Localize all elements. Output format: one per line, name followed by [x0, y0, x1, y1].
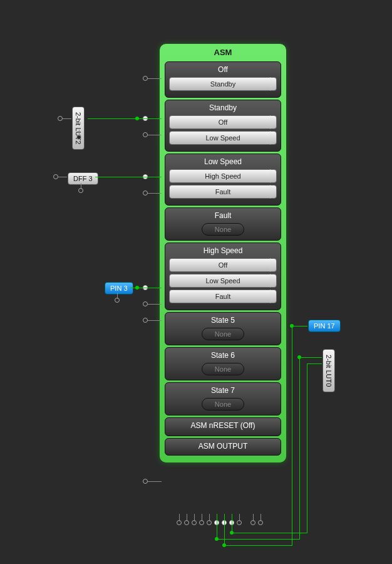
state-off[interactable]: Off Standby: [165, 61, 281, 98]
wire: [148, 320, 162, 321]
wire: [239, 514, 240, 521]
junction: [297, 355, 301, 359]
node-dff3[interactable]: DFF 3: [68, 172, 98, 185]
transition-fault[interactable]: Fault: [169, 185, 277, 199]
state-name: High Speed: [169, 246, 277, 255]
asm-block[interactable]: ASM Off Standby Standby Off Low Speed Lo…: [160, 44, 286, 462]
state-fault[interactable]: Fault None: [165, 207, 281, 241]
port-in[interactable]: [143, 76, 148, 81]
transition-high-speed[interactable]: High Speed: [169, 169, 277, 183]
wire: [79, 130, 80, 136]
port-in[interactable]: [143, 318, 148, 323]
wire: [299, 357, 322, 358]
output-label: ASM OUTPUT: [169, 442, 277, 451]
state-low-speed[interactable]: Low Speed High Speed Fault: [165, 154, 281, 206]
wire: [224, 545, 292, 546]
wire: [217, 539, 299, 540]
none-pill: None: [202, 328, 244, 340]
wire: [187, 514, 187, 521]
state-standby[interactable]: Standby Off Low Speed: [165, 100, 281, 152]
junction: [215, 537, 219, 541]
wire: [117, 293, 118, 299]
wire: [232, 533, 307, 533]
asm-output[interactable]: ASM OUTPUT: [165, 438, 281, 456]
none-pill: None: [202, 223, 244, 236]
junction: [135, 117, 139, 120]
wire: [202, 514, 202, 521]
junction: [290, 324, 294, 328]
wire: [148, 193, 162, 194]
transition-standby[interactable]: Standby: [169, 77, 277, 91]
state-name: Low Speed: [169, 157, 277, 166]
node-pin3[interactable]: PIN 3: [105, 282, 133, 295]
node-lut2[interactable]: 2-bit LUT2: [72, 107, 85, 150]
state-7[interactable]: State 7 None: [165, 382, 281, 415]
node-pin17[interactable]: PIN 17: [308, 320, 341, 332]
junction: [135, 286, 139, 290]
port-in[interactable]: [143, 301, 148, 306]
wire: [95, 177, 162, 177]
wire: [63, 118, 71, 119]
transition-off[interactable]: Off: [169, 258, 277, 272]
wire: [148, 135, 162, 135]
transition-low-speed[interactable]: Low Speed: [169, 131, 277, 145]
state-name: State 7: [169, 386, 277, 395]
state-name: State 5: [169, 316, 277, 325]
asm-title: ASM: [163, 46, 282, 60]
wire: [224, 514, 225, 545]
junction: [230, 531, 234, 535]
port-in[interactable]: [143, 191, 148, 196]
wire: [209, 514, 210, 521]
reset-label: ASM nRESET (Off): [169, 421, 277, 431]
port-in[interactable]: [143, 132, 148, 137]
node-lut0[interactable]: 2-bit LUT0: [322, 349, 335, 392]
none-pill: None: [202, 398, 244, 410]
wire: [179, 514, 180, 521]
none-pill: None: [202, 363, 244, 375]
state-high-speed[interactable]: High Speed Off Low Speed Fault: [165, 243, 281, 310]
port-in[interactable]: [143, 479, 148, 484]
wire: [148, 78, 162, 79]
transition-off[interactable]: Off: [169, 115, 277, 129]
wire: [148, 481, 162, 482]
wire: [217, 514, 217, 539]
wire: [81, 183, 81, 189]
state-name: State 6: [169, 351, 277, 360]
state-name: Fault: [169, 211, 277, 220]
wire: [260, 514, 261, 521]
transition-low-speed[interactable]: Low Speed: [169, 274, 277, 288]
state-name: Standby: [169, 103, 277, 112]
wire: [232, 514, 232, 533]
wire: [88, 118, 162, 119]
state-name: Off: [169, 65, 277, 74]
diagram-canvas: 2-bit LUT2 DFF 3 PIN 3 PIN 17 2-bit LUT0…: [0, 0, 392, 564]
wire: [194, 514, 195, 521]
port[interactable]: [53, 174, 58, 179]
wire: [253, 514, 254, 521]
wire: [58, 177, 67, 177]
wire: [148, 304, 162, 305]
wire: [307, 363, 322, 364]
junction: [222, 543, 226, 547]
state-5[interactable]: State 5 None: [165, 312, 281, 345]
wire: [292, 326, 307, 326]
transition-fault[interactable]: Fault: [169, 290, 277, 303]
wire: [299, 357, 300, 540]
state-6[interactable]: State 6 None: [165, 347, 281, 380]
wire: [307, 363, 307, 533]
port[interactable]: [58, 116, 63, 121]
asm-nreset[interactable]: ASM nRESET (Off): [165, 417, 281, 436]
wire: [292, 326, 292, 546]
